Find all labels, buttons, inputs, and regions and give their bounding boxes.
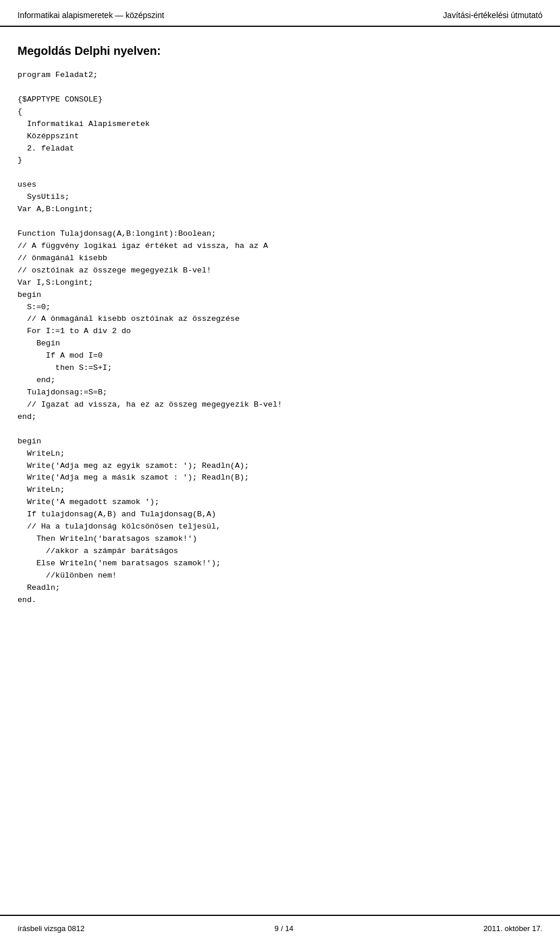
- footer-page-number: 9 / 14: [275, 924, 294, 933]
- page-container: Informatikai alapismeretek — középszint …: [0, 0, 560, 941]
- page-footer: írásbeli vizsga 0812 9 / 14 2011. októbe…: [0, 915, 560, 941]
- header-right-text: Javítási-értékelési útmutató: [443, 11, 542, 20]
- footer-exam-code: írásbeli vizsga 0812: [18, 924, 85, 933]
- code-block: program Feladat2; {$APPTYPE CONSOLE} { I…: [18, 69, 542, 607]
- section-title: Megoldás Delphi nyelven:: [18, 44, 542, 58]
- page-header: Informatikai alapismeretek — középszint …: [0, 0, 560, 27]
- header-left-text: Informatikai alapismeretek — középszint: [18, 11, 164, 20]
- main-content: Megoldás Delphi nyelven: program Feladat…: [0, 27, 560, 653]
- footer-date: 2011. október 17.: [484, 924, 542, 933]
